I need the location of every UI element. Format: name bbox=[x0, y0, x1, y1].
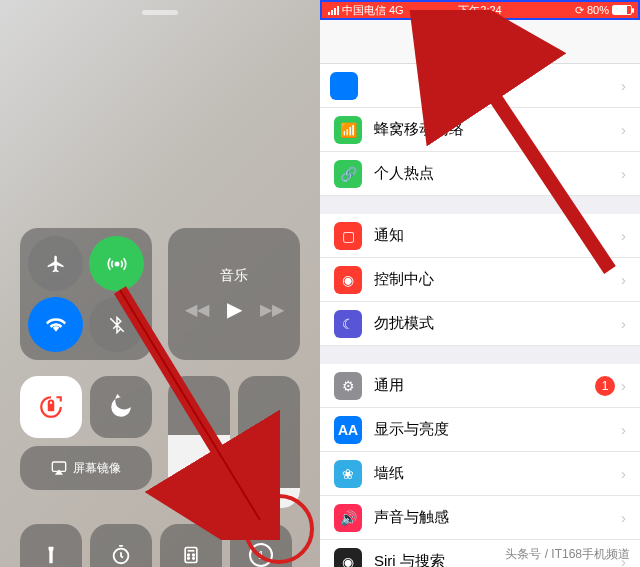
signal-icon bbox=[328, 6, 339, 15]
chevron-icon: › bbox=[621, 421, 626, 438]
control-center-panel: 音乐 ◀◀ ▶ ▶▶ ☀ 🔇 屏幕镜像 1 bbox=[0, 0, 320, 567]
watermark: 头条号 / IT168手机频道 bbox=[505, 546, 630, 563]
rotation-lock-tile[interactable] bbox=[20, 376, 82, 438]
battery-pct: 80% bbox=[587, 4, 609, 16]
time-label: 下午2:24 bbox=[458, 3, 501, 18]
volume-icon: 🔇 bbox=[238, 481, 300, 500]
svg-point-6 bbox=[188, 554, 190, 556]
chevron-icon: › bbox=[621, 377, 626, 394]
battery-icon bbox=[612, 5, 632, 15]
timer-tile[interactable] bbox=[90, 524, 152, 567]
screen-mirroring-tile[interactable]: 屏幕镜像 bbox=[20, 446, 152, 490]
chevron-icon: › bbox=[621, 121, 626, 138]
hotspot-icon: 🔗 bbox=[334, 160, 362, 188]
settings-list: › 📶蜂窝移动网络› 🔗个人热点› ▢通知› ◉控制中心› ☾勿扰模式› ⚙通用… bbox=[320, 64, 640, 567]
svg-text:1: 1 bbox=[258, 549, 264, 561]
bluetooth-toggle[interactable] bbox=[89, 297, 144, 352]
general-icon: ⚙ bbox=[334, 372, 362, 400]
cellular-icon: 📶 bbox=[334, 116, 362, 144]
wallpaper-icon: ❀ bbox=[334, 460, 362, 488]
status-bar: 中国电信 4G 下午2:24 ⟳ 80% bbox=[320, 0, 640, 20]
music-controls: ◀◀ ▶ ▶▶ bbox=[185, 297, 284, 321]
row-sound[interactable]: 🔊声音与触感› bbox=[320, 496, 640, 540]
connectivity-tile[interactable] bbox=[20, 228, 152, 360]
airplane-mode-toggle[interactable] bbox=[28, 236, 83, 291]
carrier-label: 中国电信 bbox=[342, 3, 386, 18]
siri-icon: ◉ bbox=[334, 548, 362, 568]
play-icon[interactable]: ▶ bbox=[227, 297, 242, 321]
svg-point-0 bbox=[115, 262, 118, 265]
chevron-icon: › bbox=[621, 509, 626, 526]
svg-point-9 bbox=[193, 558, 195, 560]
badge: 1 bbox=[595, 376, 615, 396]
row-cellular[interactable]: 📶蜂窝移动网络› bbox=[320, 108, 640, 152]
svg-point-7 bbox=[193, 554, 195, 556]
recording-countdown-tile[interactable]: 1 bbox=[230, 524, 292, 567]
row-wallpaper[interactable]: ❀墙纸› bbox=[320, 452, 640, 496]
svg-point-8 bbox=[188, 558, 190, 560]
chevron-icon: › bbox=[621, 227, 626, 244]
brightness-icon: ☀ bbox=[168, 481, 230, 500]
music-tile[interactable]: 音乐 ◀◀ ▶ ▶▶ bbox=[168, 228, 300, 360]
row-general[interactable]: ⚙通用1› bbox=[320, 364, 640, 408]
music-label: 音乐 bbox=[220, 267, 248, 285]
bottom-controls: 1 bbox=[20, 524, 292, 567]
chevron-icon: › bbox=[621, 77, 626, 94]
row-display[interactable]: AA显示与亮度› bbox=[320, 408, 640, 452]
sound-icon: 🔊 bbox=[334, 504, 362, 532]
dnd-icon: ☾ bbox=[334, 310, 362, 338]
prev-track-icon[interactable]: ◀◀ bbox=[185, 300, 209, 319]
do-not-disturb-tile[interactable] bbox=[90, 376, 152, 438]
row-dnd[interactable]: ☾勿扰模式› bbox=[320, 302, 640, 346]
network-label: 4G bbox=[389, 4, 404, 16]
brightness-slider[interactable]: ☀ bbox=[168, 376, 230, 508]
svg-rect-1 bbox=[48, 404, 55, 412]
page-title: 设置 bbox=[463, 30, 497, 53]
chevron-icon: › bbox=[621, 165, 626, 182]
row-hotspot[interactable]: 🔗个人热点› bbox=[320, 152, 640, 196]
next-track-icon[interactable]: ▶▶ bbox=[260, 300, 284, 319]
flashlight-tile[interactable] bbox=[20, 524, 82, 567]
row-control-center[interactable]: ◉控制中心› bbox=[320, 258, 640, 302]
rotation-lock-icon: ⟳ bbox=[575, 4, 584, 17]
grabber-handle[interactable] bbox=[142, 10, 178, 15]
calculator-tile[interactable] bbox=[160, 524, 222, 567]
notifications-icon: ▢ bbox=[334, 222, 362, 250]
display-icon: AA bbox=[334, 416, 362, 444]
volume-slider[interactable]: 🔇 bbox=[238, 376, 300, 508]
control-center-icon: ◉ bbox=[334, 266, 362, 294]
row-notifications[interactable]: ▢通知› bbox=[320, 214, 640, 258]
navbar: 设置 bbox=[320, 20, 640, 64]
row-partial[interactable]: › bbox=[320, 64, 640, 108]
chevron-icon: › bbox=[621, 315, 626, 332]
cellular-toggle[interactable] bbox=[89, 236, 144, 291]
chevron-icon: › bbox=[621, 465, 626, 482]
row-icon bbox=[330, 72, 358, 100]
chevron-icon: › bbox=[621, 271, 626, 288]
mirror-label: 屏幕镜像 bbox=[73, 460, 121, 477]
airplay-icon bbox=[51, 460, 67, 476]
wifi-toggle[interactable] bbox=[28, 297, 83, 352]
settings-screen: 中国电信 4G 下午2:24 ⟳ 80% 设置 › 📶蜂窝移动网络› 🔗个人热点… bbox=[320, 0, 640, 567]
